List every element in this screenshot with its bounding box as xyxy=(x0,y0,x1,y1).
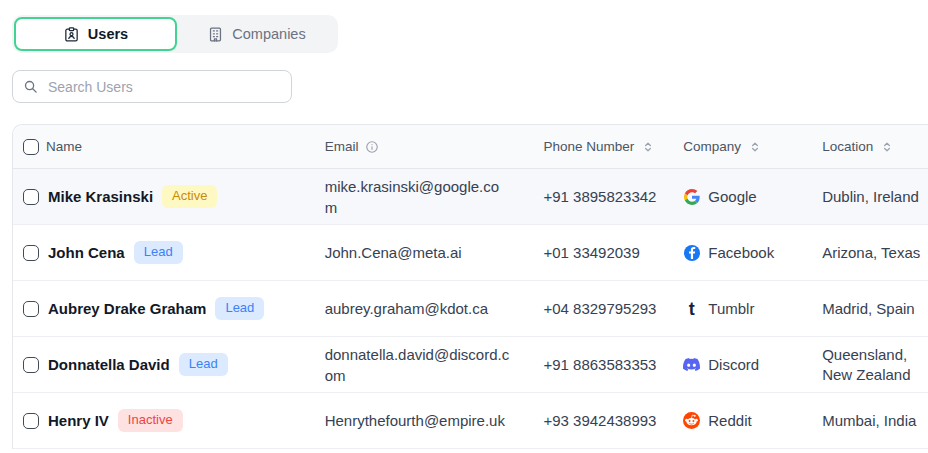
user-phone: +01 33492039 xyxy=(533,244,673,261)
google-logo-icon xyxy=(683,188,700,205)
user-name: John Cena xyxy=(48,244,125,261)
user-location: Madrid, Spain xyxy=(812,299,928,319)
header-company[interactable]: Company xyxy=(673,139,812,154)
table-row[interactable]: John Cena Lead John.Cena@meta.ai +01 334… xyxy=(13,225,928,281)
user-location: Mumbai, India xyxy=(812,411,928,431)
users-table: Name Email Phone Number Comp xyxy=(12,124,928,449)
user-phone: +93 3942438993 xyxy=(533,412,673,429)
reddit-logo-icon xyxy=(683,412,700,429)
user-name: Mike Krasinski xyxy=(48,188,153,205)
user-name: Donnatella David xyxy=(48,356,170,373)
select-all-checkbox[interactable] xyxy=(23,139,39,155)
user-location: Queensland, New Zealand xyxy=(812,345,928,385)
user-email: John.Cena@meta.ai xyxy=(315,242,534,263)
status-badge: Active xyxy=(162,185,217,207)
sort-icon[interactable] xyxy=(880,140,894,154)
user-name: Aubrey Drake Graham xyxy=(48,300,206,317)
row-checkbox[interactable] xyxy=(23,189,39,205)
status-badge: Lead xyxy=(215,297,264,319)
status-badge: Lead xyxy=(134,241,183,263)
user-email: aubrey.graham@kdot.ca xyxy=(315,298,534,319)
company-name: Reddit xyxy=(708,412,751,429)
user-name: Henry IV xyxy=(48,412,109,429)
user-email: mike.krasinski@google.com xyxy=(315,176,534,218)
user-email: donnatella.david@discord.com xyxy=(315,344,534,386)
sort-icon[interactable] xyxy=(748,140,762,154)
user-phone: +91 3895823342 xyxy=(533,188,673,205)
row-checkbox[interactable] xyxy=(23,357,39,373)
tumblr-logo-icon: t xyxy=(683,300,700,317)
user-phone: +91 8863583353 xyxy=(533,356,673,373)
row-checkbox[interactable] xyxy=(23,413,39,429)
header-name-label: Name xyxy=(46,139,82,154)
user-phone: +04 8329795293 xyxy=(533,300,673,317)
user-location: Arizona, Texas xyxy=(812,243,928,263)
search-icon xyxy=(23,79,38,94)
company-name: Google xyxy=(708,188,756,205)
building-icon xyxy=(207,26,224,43)
header-name: Name xyxy=(13,139,315,155)
header-location-label: Location xyxy=(822,139,873,154)
header-phone-label: Phone Number xyxy=(543,139,634,154)
status-badge: Lead xyxy=(179,353,228,375)
search-box xyxy=(12,70,292,103)
users-page: Users Companies Name xyxy=(0,0,928,449)
discord-logo-icon xyxy=(683,356,700,373)
tab-users[interactable]: Users xyxy=(14,17,177,51)
info-icon[interactable] xyxy=(365,140,379,154)
user-location: Dublin, Ireland xyxy=(812,187,928,207)
row-checkbox[interactable] xyxy=(23,245,39,261)
table-header: Name Email Phone Number Comp xyxy=(13,125,928,169)
user-email: Henrythefourth@empire.uk xyxy=(315,410,534,431)
tab-companies-label: Companies xyxy=(232,26,305,42)
company-name: Tumblr xyxy=(708,300,754,317)
tab-users-label: Users xyxy=(88,26,128,42)
sort-icon[interactable] xyxy=(641,140,655,154)
status-badge: Inactive xyxy=(118,409,183,431)
user-badge-icon xyxy=(63,26,80,43)
header-email: Email xyxy=(315,139,534,154)
tab-companies[interactable]: Companies xyxy=(177,17,336,51)
header-email-label: Email xyxy=(325,139,359,154)
row-checkbox[interactable] xyxy=(23,301,39,317)
search-input[interactable] xyxy=(46,78,281,96)
table-row[interactable]: Henry IV Inactive Henrythefourth@empire.… xyxy=(13,393,928,449)
company-name: Facebook xyxy=(708,244,774,261)
header-company-label: Company xyxy=(683,139,741,154)
table-row[interactable]: Mike Krasinski Active mike.krasinski@goo… xyxy=(13,169,928,225)
header-location[interactable]: Location xyxy=(812,139,928,154)
table-row[interactable]: Aubrey Drake Graham Lead aubrey.graham@k… xyxy=(13,281,928,337)
table-row[interactable]: Donnatella David Lead donnatella.david@d… xyxy=(13,337,928,393)
facebook-logo-icon xyxy=(683,244,700,261)
company-name: Discord xyxy=(708,356,759,373)
header-phone[interactable]: Phone Number xyxy=(533,139,673,154)
tab-bar: Users Companies xyxy=(12,15,338,53)
